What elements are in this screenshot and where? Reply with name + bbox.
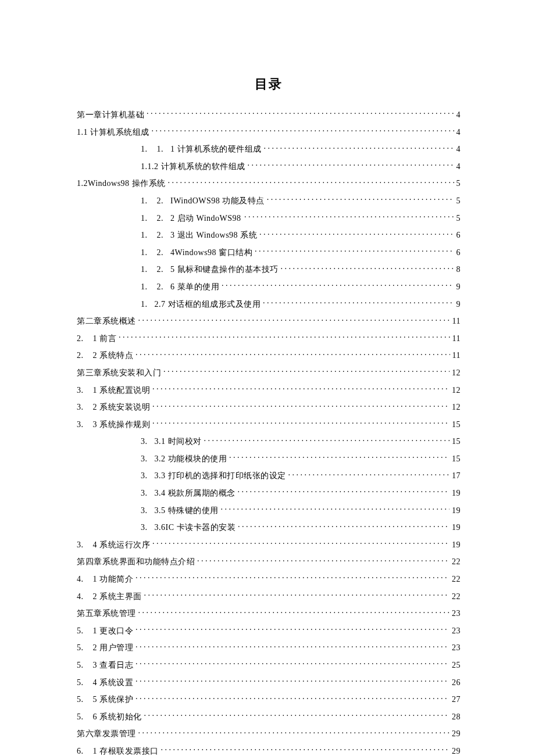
toc-entry-page: 25 — [452, 660, 461, 671]
toc-entry-text: 1.2Windows98 操作系统 — [77, 178, 166, 189]
toc-entry-page: 9 — [456, 281, 461, 293]
toc-leader — [263, 299, 454, 307]
toc-entry[interactable]: 1.1.2 计算机系统的软件组成4 — [141, 161, 461, 173]
toc-entry[interactable]: 1.2Windows98 操作系统5 — [77, 178, 461, 189]
toc-entry[interactable]: 3. 3.5 特殊键的使用19 — [141, 505, 461, 517]
toc-entry-page: 6 — [456, 230, 461, 241]
toc-leader — [168, 178, 454, 186]
toc-entry[interactable]: 5. 6 系统初始化28 — [77, 711, 461, 723]
toc-entry-text: 3. 3.5 特殊键的使用 — [141, 505, 219, 517]
toc-entry[interactable]: 1. 1. 1 计算机系统的硬件组成4 — [141, 144, 461, 155]
toc-entry[interactable]: 3. 4 系统运行次序19 — [77, 539, 461, 551]
toc-entry[interactable]: 5. 1 更改口令23 — [77, 625, 461, 637]
toc-leader — [152, 539, 450, 547]
toc-entry-page: 19 — [452, 488, 461, 499]
toc-entry-page: 22 — [452, 591, 461, 603]
toc-entry-text: 第一章计算机基础 — [77, 109, 144, 121]
toc-entry[interactable]: 1. 2.7 对话框的组成形式及使用9 — [141, 299, 461, 310]
toc-entry-page: 15 — [452, 436, 461, 447]
toc-entry-page: 6 — [456, 247, 461, 259]
toc-entry[interactable]: 3. 2 系统安装说明12 — [77, 402, 461, 413]
toc-entry-text: 3. 3 系统操作规则 — [77, 419, 150, 431]
toc-entry[interactable]: 1. 2. 5 鼠标和键盘操作的基本技巧8 — [141, 264, 461, 275]
toc-entry[interactable]: 1. 2. 4Windows98 窗口结构6 — [141, 247, 461, 259]
toc-entry[interactable]: 第六章发票管理29 — [77, 728, 461, 740]
toc-entry-text: 3. 3.3 打印机的选择和打印纸张的设定 — [141, 470, 286, 482]
toc-entry[interactable]: 1. 2. IWindOWS98 功能及特点5 — [141, 195, 461, 207]
toc-entry-text: 第三章系统安装和入门 — [77, 367, 161, 379]
toc-entry-page: 19 — [452, 539, 461, 551]
toc-entry-page: 4 — [456, 127, 461, 138]
toc-entry[interactable]: 第四章系统界面和功能特点介绍22 — [77, 556, 461, 568]
toc-leader — [135, 677, 450, 685]
toc-entry-text: 5. 2 用户管理 — [77, 642, 133, 654]
toc-leader — [221, 505, 450, 513]
toc-entry-text: 3. 3.2 功能模块的使用 — [141, 453, 227, 465]
toc-leader — [152, 385, 450, 393]
toc-entry[interactable]: 3. 3 系统操作规则15 — [77, 419, 461, 431]
toc-leader — [222, 281, 454, 289]
toc-entry-page: 4 — [456, 161, 461, 173]
toc-entry[interactable]: 4. 1 功能简介22 — [77, 574, 461, 585]
toc-entry-text: 1.1.2 计算机系统的软件组成 — [141, 161, 245, 173]
toc-leader — [152, 127, 454, 135]
toc-entry[interactable]: 第三章系统安装和入门12 — [77, 367, 461, 379]
toc-leader — [152, 419, 450, 427]
toc-entry-page: 29 — [452, 746, 461, 756]
toc-entry-page: 19 — [452, 505, 461, 517]
toc-entry[interactable]: 3. 3.2 功能模块的使用15 — [141, 453, 461, 465]
table-of-contents: 第一章计算机基础41.1 计算机系统组成41. 1. 1 计算机系统的硬件组成4… — [77, 109, 461, 756]
toc-entry[interactable]: 5. 5 系统保护27 — [77, 694, 461, 705]
toc-entry[interactable]: 5. 3 查看日志25 — [77, 660, 461, 671]
toc-entry[interactable]: 3. 3.1 时间校对15 — [141, 436, 461, 447]
toc-entry[interactable]: 第五章系统管理23 — [77, 608, 461, 619]
toc-entry-text: 1. 2. 6 菜单的使用 — [141, 281, 219, 293]
toc-leader — [244, 213, 454, 221]
toc-entry[interactable]: 3. 3.3 打印机的选择和打印纸张的设定17 — [141, 470, 461, 482]
toc-leader — [267, 195, 454, 203]
toc-entry-text: 3. 3.4 税款所属期的概念 — [141, 488, 236, 499]
toc-leader — [288, 470, 450, 478]
toc-entry[interactable]: 第一章计算机基础4 — [77, 109, 461, 121]
toc-entry[interactable]: 5. 2 用户管理23 — [77, 642, 461, 654]
toc-entry[interactable]: 3. 3.4 税款所属期的概念19 — [141, 488, 461, 499]
toc-entry-text: 3. 1 系统配置说明 — [77, 385, 150, 396]
toc-entry[interactable]: 5. 4 系统设置26 — [77, 677, 461, 689]
toc-entry[interactable]: 4. 2 系统主界面22 — [77, 591, 461, 603]
toc-entry-text: 5. 1 更改口令 — [77, 625, 133, 637]
toc-entry-page: 11 — [452, 333, 461, 345]
toc-entry-text: 5. 5 系统保护 — [77, 694, 133, 705]
toc-entry-page: 4 — [456, 144, 461, 155]
page-title: 目录 — [77, 76, 461, 93]
toc-entry[interactable]: 3. 3.6IC 卡读卡器的安装19 — [141, 522, 461, 533]
toc-entry-page: 5 — [456, 178, 461, 189]
toc-entry[interactable]: 2. 2 系统特点11 — [77, 350, 461, 361]
toc-leader — [138, 608, 450, 616]
toc-leader — [135, 350, 450, 358]
toc-entry-text: 1. 2. 5 鼠标和键盘操作的基本技巧 — [141, 264, 279, 275]
toc-entry[interactable]: 1. 2. 2 启动 WindoWS985 — [141, 213, 461, 224]
toc-entry-page: 22 — [452, 556, 461, 568]
toc-entry-text: 5. 3 查看日志 — [77, 660, 133, 671]
toc-entry[interactable]: 第二章系统概述11 — [77, 316, 461, 327]
toc-entry-page: 11 — [452, 316, 461, 327]
toc-entry-text: 1. 2. 4Windows98 窗口结构 — [141, 247, 252, 259]
toc-entry-text: 3. 3.6IC 卡读卡器的安装 — [141, 522, 236, 533]
toc-entry-text: 1. 2. 2 启动 WindoWS98 — [141, 213, 241, 224]
toc-leader — [238, 522, 450, 530]
toc-leader — [229, 453, 450, 461]
toc-entry-text: 1. 1. 1 计算机系统的硬件组成 — [141, 144, 262, 155]
toc-entry-page: 26 — [452, 677, 461, 689]
toc-entry[interactable]: 3. 1 系统配置说明12 — [77, 385, 461, 396]
toc-entry-text: 1. 2. IWindOWS98 功能及特点 — [141, 195, 265, 207]
toc-entry-page: 15 — [452, 419, 461, 431]
toc-leader — [135, 625, 450, 633]
toc-entry[interactable]: 6. 1 存根联发票接口29 — [77, 746, 461, 756]
toc-entry-page: 12 — [452, 402, 461, 413]
toc-entry[interactable]: 2. 1 前言11 — [77, 333, 461, 345]
toc-leader — [163, 367, 450, 375]
toc-entry[interactable]: 1. 2. 3 退出 Windows98 系统6 — [141, 230, 461, 241]
toc-entry[interactable]: 1.1 计算机系统组成4 — [77, 127, 461, 138]
toc-entry[interactable]: 1. 2. 6 菜单的使用9 — [141, 281, 461, 293]
toc-entry-text: 3. 2 系统安装说明 — [77, 402, 150, 413]
